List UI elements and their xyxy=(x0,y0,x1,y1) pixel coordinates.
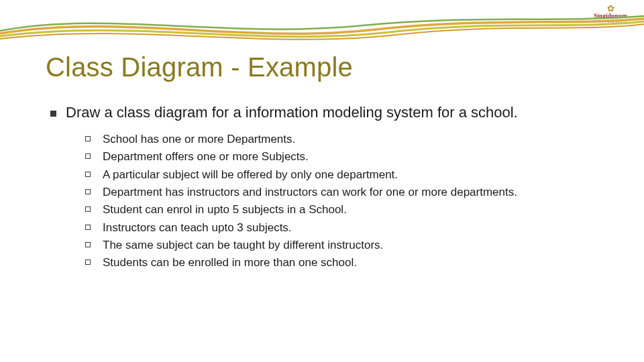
lead-text: Draw a class diagram for a information m… xyxy=(66,104,518,121)
list-item: School has one or more Departments. xyxy=(85,131,612,148)
header-swoosh-graphic xyxy=(0,5,644,46)
hollow-square-icon xyxy=(85,206,91,212)
sub-list: School has one or more Departments. Depa… xyxy=(85,131,612,272)
list-item-text: Instructors can teach upto 3 subjects. xyxy=(103,219,292,237)
list-item-text: The same subject can be taught by differ… xyxy=(103,237,383,254)
list-item: Instructors can teach upto 3 subjects. xyxy=(85,219,612,237)
list-item-text: Students can be enrolled in more than on… xyxy=(103,254,357,272)
logo-subtitle: UNIVERSITY xyxy=(593,19,628,25)
hollow-square-icon xyxy=(85,189,91,194)
list-item: The same subject can be taught by differ… xyxy=(85,237,612,254)
list-item: Students can be enrolled in more than on… xyxy=(85,254,612,272)
hollow-square-icon xyxy=(85,225,91,230)
list-item-text: School has one or more Departments. xyxy=(103,131,295,148)
list-item-text: A particular subject will be offered by … xyxy=(103,166,398,184)
hollow-square-icon xyxy=(85,242,91,247)
square-bullet-icon xyxy=(50,111,56,117)
slide-title: Class Diagram - Example xyxy=(46,52,353,82)
list-item-text: Department offers one or more Subjects. xyxy=(103,148,309,166)
slide-body: Draw a class diagram for a information m… xyxy=(50,104,612,272)
university-logo: ✿ Singidunum UNIVERSITY xyxy=(593,4,628,25)
list-item: Student can enrol in upto 5 subjects in … xyxy=(85,201,612,219)
list-item-text: Department has instructors and instructo… xyxy=(103,184,517,201)
hollow-square-icon xyxy=(85,136,91,141)
lead-line: Draw a class diagram for a information m… xyxy=(50,104,612,121)
hollow-square-icon xyxy=(85,154,91,159)
list-item-text: Student can enrol in upto 5 subjects in … xyxy=(103,201,347,219)
hollow-square-icon xyxy=(85,172,91,177)
list-item: Department has instructors and instructo… xyxy=(85,184,612,201)
list-item: Department offers one or more Subjects. xyxy=(85,148,612,166)
list-item: A particular subject will be offered by … xyxy=(85,166,612,184)
hollow-square-icon xyxy=(85,259,91,265)
